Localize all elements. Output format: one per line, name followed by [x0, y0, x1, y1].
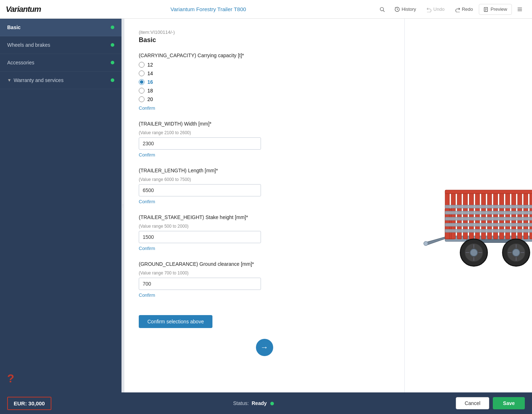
logo-text: Variantum [6, 5, 41, 14]
search-icon [379, 6, 385, 12]
footer-status: Status: Ready [57, 400, 450, 406]
undo-label: Undo [434, 6, 445, 12]
redo-button[interactable]: Redo [450, 4, 477, 14]
menu-button[interactable] [513, 4, 526, 14]
sidebar-label-warranty: Warranty and services [14, 77, 111, 83]
capacity-confirm-link[interactable]: Confirm [139, 105, 155, 111]
svg-point-12 [424, 241, 428, 246]
length-confirm-link[interactable]: Confirm [139, 199, 155, 204]
svg-rect-32 [445, 211, 532, 214]
ground-clearance-hint: (Value range 700 to 1000) [139, 270, 390, 276]
sidebar-label-wheels: Wheels and brakes [7, 42, 111, 48]
stake-height-confirm-link[interactable]: Confirm [139, 246, 155, 251]
sidebar: Basic Wheels and brakes Accessories ▼ Wa… [0, 19, 121, 392]
next-button[interactable]: → [256, 339, 273, 356]
undo-icon [426, 6, 432, 12]
price-display: EUR: 30,000 [7, 397, 51, 410]
capacity-radio-14[interactable] [139, 70, 145, 76]
search-button[interactable] [376, 4, 389, 14]
capacity-option-12[interactable]: 12 [139, 62, 390, 68]
capacity-radio-20[interactable] [139, 96, 145, 102]
stake-height-label: (TRAILER_STAKE_HEIGHT) Stake height [mm]… [139, 214, 390, 220]
stake-height-input[interactable] [139, 231, 261, 243]
svg-rect-34 [445, 223, 532, 226]
capacity-label-20: 20 [147, 96, 153, 102]
capacity-label-14: 14 [147, 70, 153, 76]
status-label: Status: [233, 400, 249, 406]
svg-rect-35 [445, 229, 532, 232]
carrying-capacity-label-text: (CARRYING_CAPACITY) Carrying capacity [t… [139, 53, 244, 58]
sidebar-bottom: ? [0, 365, 121, 392]
capacity-label-12: 12 [147, 62, 153, 68]
sidebar-dot-accessories [111, 61, 114, 64]
svg-point-0 [380, 7, 384, 10]
splitter[interactable]: ⋮ [121, 19, 124, 392]
preview-button[interactable]: Preview [479, 4, 512, 15]
sidebar-item-warranty[interactable]: ▼ Warranty and services [0, 72, 121, 89]
header-title: Variantum Forestry Trailer T800 [45, 6, 371, 12]
svg-rect-36 [445, 190, 532, 194]
width-confirm-link[interactable]: Confirm [139, 152, 155, 158]
capacity-option-18[interactable]: 18 [139, 88, 390, 94]
capacity-option-16[interactable]: 16 [139, 79, 390, 85]
history-label: History [402, 6, 416, 12]
sidebar-dot-warranty [111, 78, 114, 82]
history-button[interactable]: History [390, 4, 420, 14]
cancel-button[interactable]: Cancel [456, 397, 490, 409]
menu-icon [517, 6, 523, 12]
next-arrow-icon: → [261, 343, 269, 352]
status-dot [270, 402, 274, 405]
ground-clearance-input[interactable] [139, 278, 261, 290]
confirm-all-button[interactable]: Confirm selections above [139, 315, 212, 328]
carrying-capacity-label: (CARRYING_CAPACITY) Carrying capacity [t… [139, 53, 390, 58]
svg-rect-31 [445, 205, 532, 208]
section-title: Basic [139, 36, 390, 44]
capacity-option-20[interactable]: 20 [139, 96, 390, 102]
capacity-radio-18[interactable] [139, 88, 145, 94]
help-button[interactable]: ? [7, 372, 114, 385]
app-footer: EUR: 30,000 Status: Ready Cancel Save [0, 392, 532, 414]
content-area: (item:VI100114/-) Basic (CARRYING_CAPACI… [124, 19, 532, 392]
sidebar-dot-wheels [111, 43, 114, 47]
header-actions: History Undo Redo Preview [376, 4, 526, 15]
trailer-3d-preview [412, 145, 532, 267]
item-id: (item:VI100114/-) [139, 29, 390, 35]
title-highlight: T800 [234, 6, 246, 12]
redo-icon [455, 6, 460, 12]
sidebar-item-accessories[interactable]: Accessories [0, 54, 121, 72]
undo-button[interactable]: Undo [422, 4, 449, 14]
save-button[interactable]: Save [493, 397, 525, 409]
stake-height-hint: (Value range 500 to 2000) [139, 224, 390, 229]
preview-icon [483, 6, 489, 12]
length-input[interactable] [139, 184, 261, 196]
title-text: Variantum Forestry Trailer [170, 6, 234, 12]
sidebar-item-basic[interactable]: Basic [0, 19, 121, 36]
form-area: (item:VI100114/-) Basic (CARRYING_CAPACI… [124, 19, 405, 392]
preview-area [405, 19, 532, 392]
expand-icon-warranty: ▼ [7, 78, 12, 83]
svg-line-1 [383, 10, 385, 12]
field-ground-clearance: (GROUND_CLEARANCE) Ground clearance [mm]… [139, 261, 390, 298]
width-input[interactable] [139, 137, 261, 150]
sidebar-label-basic: Basic [7, 24, 111, 30]
field-width: (TRAILER_WIDTH) Width [mm]* (Value range… [139, 121, 390, 158]
capacity-radio-16[interactable] [139, 79, 145, 85]
capacity-option-14[interactable]: 14 [139, 70, 390, 76]
length-hint: (Value range 6000 to 7500) [139, 177, 390, 182]
width-label: (TRAILER_WIDTH) Width [mm]* [139, 121, 390, 127]
capacity-radio-12[interactable] [139, 62, 145, 68]
main-area: Basic Wheels and brakes Accessories ▼ Wa… [0, 19, 532, 392]
sidebar-item-wheels[interactable]: Wheels and brakes [0, 36, 121, 54]
svg-point-43 [513, 249, 520, 256]
footer-actions: Cancel Save [456, 397, 525, 409]
capacity-label-16: 16 [147, 79, 153, 85]
app-logo: Variantum [6, 5, 41, 14]
app-header: Variantum Variantum Forestry Trailer T80… [0, 0, 532, 19]
width-hint: (Value range 2100 to 2600) [139, 130, 390, 135]
carrying-capacity-options: 12 14 16 18 [139, 62, 390, 102]
status-value: Ready [252, 400, 267, 406]
ground-clearance-confirm-link[interactable]: Confirm [139, 292, 155, 298]
history-icon [394, 6, 400, 12]
svg-point-40 [470, 249, 477, 256]
redo-label: Redo [462, 6, 473, 12]
